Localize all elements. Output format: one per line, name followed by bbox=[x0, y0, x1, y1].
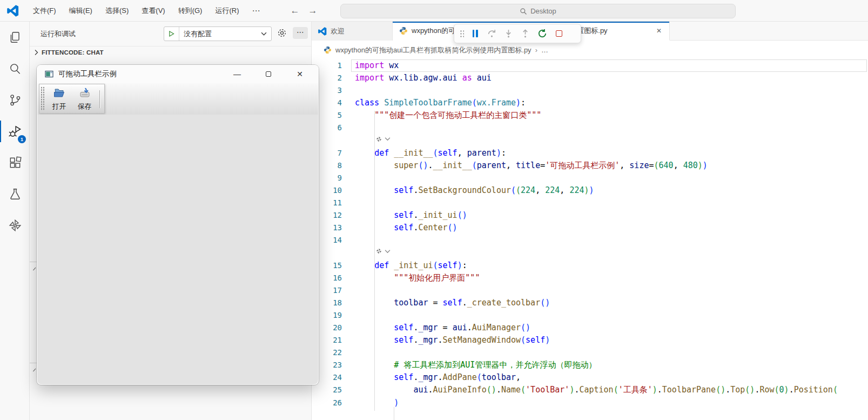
debug-toolbar[interactable] bbox=[454, 24, 581, 43]
code-text: # 将工具栏添加到AUI管理器中，并允许浮动（即拖动） bbox=[355, 360, 596, 370]
wx-tool-button-打开[interactable]: 打开 bbox=[46, 86, 72, 111]
drag-handle-icon[interactable] bbox=[457, 25, 466, 42]
code-text: import wx bbox=[355, 61, 399, 70]
source-control-icon[interactable] bbox=[0, 84, 30, 116]
code-text: self._mgr = aui.AuiManager() bbox=[355, 323, 530, 332]
code-line: 12 self._init_ui() bbox=[312, 209, 868, 222]
step-over-button[interactable] bbox=[484, 25, 500, 42]
code-line: 4class SimpleToolbarFrame(wx.Frame): bbox=[312, 97, 868, 109]
code-line: 6 bbox=[312, 122, 868, 134]
code-line: 10 self.SetBackgroundColour((224, 224, 2… bbox=[312, 184, 868, 197]
code-line: 3 bbox=[312, 84, 868, 97]
wx-draggable-toolbar[interactable]: 打开保存 bbox=[39, 84, 105, 114]
gear-icon[interactable] bbox=[277, 28, 287, 40]
wx-tool-label: 打开 bbox=[52, 102, 66, 111]
minimize-button[interactable]: — bbox=[221, 65, 253, 83]
code-text: self.Center() bbox=[355, 223, 457, 232]
code-line: 26 ) bbox=[312, 397, 868, 409]
code-line: 17 bbox=[312, 284, 868, 297]
views-more-button[interactable]: ⋯ bbox=[293, 27, 308, 39]
debug-badge: 1 bbox=[18, 135, 26, 143]
code-text: self.SetBackgroundColour((224, 224, 224)… bbox=[355, 185, 594, 195]
code-line: 25 aui.AuiPaneInfo().Name('ToolBar').Cap… bbox=[312, 384, 868, 396]
menu-item[interactable]: 查看(V) bbox=[135, 4, 171, 18]
step-into-button[interactable] bbox=[501, 25, 516, 42]
code-line: 18 toolbar = self._create_toolbar() bbox=[312, 297, 868, 309]
code-line: 5 """创建一个包含可拖动工具栏的主窗口类""" bbox=[312, 109, 868, 122]
vscode-logo-icon bbox=[7, 5, 19, 17]
tab-bar: 欢迎 wxpython的可拖动aui工具栏有抓取柄简化示例使用内置图标.py ✕ bbox=[312, 22, 868, 41]
stop-button[interactable] bbox=[551, 25, 567, 42]
search-icon bbox=[520, 8, 527, 15]
code-line: 19 bbox=[312, 309, 868, 322]
code-text: ) bbox=[355, 398, 399, 408]
debug-config-dropdown[interactable]: 没有配置 bbox=[164, 26, 272, 41]
wx-window-title: 可拖动工具栏示例 bbox=[58, 69, 117, 79]
pause-button[interactable] bbox=[467, 25, 483, 42]
code-line: 2import wx.lib.agw.aui as aui bbox=[312, 72, 868, 84]
section-label: FITTENCODE: CHAT bbox=[42, 49, 104, 56]
menu-item[interactable]: 文件(F) bbox=[26, 4, 63, 18]
chevron-down-icon bbox=[261, 32, 271, 36]
breadcrumb[interactable]: wxpython的可拖动aui工具栏有抓取柄简化示例使用内置图标.py › … bbox=[312, 41, 868, 59]
menu-item[interactable]: 编辑(E) bbox=[63, 4, 99, 18]
codelens-row bbox=[312, 135, 868, 147]
wx-tool-button-保存[interactable]: 保存 bbox=[72, 86, 97, 111]
code-text: """创建一个包含可拖动工具栏的主窗口类""" bbox=[355, 110, 541, 120]
sidebar-section-fittencode[interactable]: FITTENCODE: CHAT bbox=[30, 46, 311, 58]
step-out-button[interactable] bbox=[517, 25, 533, 42]
run-and-debug-icon[interactable]: 1 bbox=[0, 116, 30, 147]
breadcrumb-more[interactable]: … bbox=[541, 46, 548, 54]
command-center-search[interactable]: Desktop bbox=[340, 4, 736, 18]
code-text: import wx.lib.agw.aui as aui bbox=[355, 73, 492, 83]
menu-item[interactable]: 运行(R) bbox=[208, 4, 245, 18]
line-number: 26 bbox=[312, 397, 342, 409]
testing-icon[interactable] bbox=[0, 178, 30, 210]
wx-app-window[interactable]: 可拖动工具栏示例 — ✕ 打开保存 bbox=[37, 65, 319, 385]
code-line: 1import wx bbox=[312, 59, 868, 72]
restart-button[interactable] bbox=[534, 25, 550, 42]
menu-item[interactable]: 转到(G) bbox=[172, 4, 209, 18]
explorer-icon[interactable] bbox=[0, 22, 30, 53]
code-text: """初始化用户界面""" bbox=[355, 273, 480, 283]
fitten-codelens-icon[interactable] bbox=[375, 136, 391, 143]
wx-client-area bbox=[37, 115, 318, 384]
code-text: aui.AuiPaneInfo().Name('ToolBar').Captio… bbox=[355, 385, 838, 395]
code-text: class SimpleToolbarFrame(wx.Frame): bbox=[355, 98, 526, 108]
search-sidebar-icon[interactable] bbox=[0, 53, 30, 84]
code-text: def __init__(self, parent): bbox=[355, 148, 506, 158]
tab-label: 欢迎 bbox=[331, 26, 345, 36]
code-line: 16 """初始化用户界面""" bbox=[312, 272, 868, 284]
menu-overflow-button[interactable]: ⋯ bbox=[245, 5, 266, 17]
wx-tool-label: 保存 bbox=[78, 102, 91, 111]
code-line: 14 bbox=[312, 234, 868, 246]
wx-window-titlebar[interactable]: 可拖动工具栏示例 — ✕ bbox=[37, 65, 319, 83]
chevron-right-icon bbox=[32, 48, 41, 57]
tab-close-icon[interactable]: ✕ bbox=[655, 27, 663, 35]
code-line: 7 def __init__(self, parent): bbox=[312, 147, 868, 159]
forward-button[interactable]: → bbox=[308, 5, 317, 16]
code-line: 11 bbox=[312, 197, 868, 209]
code-line: 8 super().__init__(parent, title='可拖动工具栏… bbox=[312, 159, 868, 172]
menu-item[interactable]: 选择(S) bbox=[99, 4, 135, 18]
section-chevron-tip bbox=[31, 265, 36, 271]
activity-bar: 1 bbox=[0, 22, 30, 420]
breadcrumb-file[interactable]: wxpython的可拖动aui工具栏有抓取柄简化示例使用内置图标.py bbox=[335, 45, 531, 55]
section-chevron-tip bbox=[31, 366, 36, 372]
start-debug-icon[interactable] bbox=[164, 27, 179, 41]
maximize-button[interactable] bbox=[253, 65, 284, 83]
code-line: 15 def _init_ui(self): bbox=[312, 259, 868, 272]
tab-welcome[interactable]: 欢迎 bbox=[312, 22, 393, 41]
toolbar-grip-icon[interactable] bbox=[41, 86, 44, 111]
save-icon bbox=[78, 86, 91, 102]
close-button[interactable]: ✕ bbox=[284, 65, 315, 83]
wx-toolbar-dock: 打开保存 bbox=[37, 83, 318, 115]
fitten-codelens-icon[interactable] bbox=[375, 248, 391, 255]
fitten-extension-icon[interactable] bbox=[0, 210, 30, 241]
code-text: super().__init__(parent, title='可拖动工具栏示例… bbox=[355, 161, 708, 170]
extensions-icon[interactable] bbox=[0, 147, 30, 178]
editor-group: 欢迎 wxpython的可拖动aui工具栏有抓取柄简化示例使用内置图标.py ✕… bbox=[312, 22, 868, 420]
vscode-logo-icon bbox=[318, 27, 327, 36]
code-editor[interactable]: 1import wx2import wx.lib.agw.aui as aui3… bbox=[312, 59, 868, 420]
back-button[interactable]: ← bbox=[290, 5, 299, 16]
